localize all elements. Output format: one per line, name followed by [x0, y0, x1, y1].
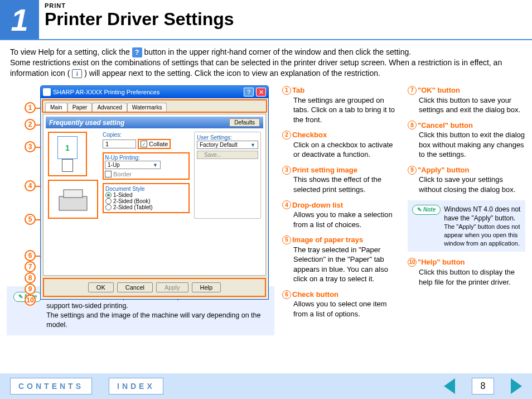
note-badge: Note [412, 205, 441, 215]
def-title-apply: "Apply" button [418, 166, 469, 174]
defaults-button[interactable]: Defaults [229, 118, 260, 127]
user-settings-label: User Settings: [197, 134, 258, 141]
intro-text: To view Help for a setting, click the ? … [0, 40, 532, 82]
callout-9: 9 [25, 283, 36, 295]
preview-page-icon: 1 [57, 136, 78, 159]
titlebar-close-button[interactable]: ✕ [256, 88, 266, 97]
screenshot-column: 1 2 3 4 5 6 7 8 9 10 SHARP AR-XXXX Print… [7, 85, 274, 335]
collate-checkbox[interactable]: ✓ [141, 141, 147, 147]
window-title: SHARP AR-XXXX Printing Preferences [53, 89, 241, 95]
border-checkbox[interactable] [105, 171, 112, 177]
svg-rect-1 [64, 190, 83, 198]
tab-paper[interactable]: Paper [67, 103, 93, 112]
callout-2: 2 [25, 119, 36, 130]
cancel-button[interactable]: Cancel [117, 282, 153, 292]
titlebar-help-button[interactable]: ? [244, 88, 254, 97]
callout-3: 3 [25, 141, 36, 152]
print-preview-image: 1 [48, 132, 87, 176]
paper-tray-image[interactable] [48, 180, 98, 219]
collate-label: Collate [149, 141, 168, 147]
svg-rect-0 [59, 196, 87, 210]
titlebar: SHARP AR-XXXX Printing Preferences ? ✕ [41, 86, 268, 98]
def-title-help: "Help" button [418, 258, 465, 266]
apply-button[interactable]: Apply [156, 282, 188, 292]
nup-label: N-Up Printing: [105, 155, 187, 161]
chevron-down-icon: ▼ [250, 142, 255, 148]
chapter-number: 1 [0, 0, 39, 39]
border-label: Border [113, 171, 132, 177]
page-number: 8 [472, 378, 494, 395]
callout-5: 5 [25, 214, 36, 225]
help-icon: ? [132, 47, 142, 57]
page-header: 1 PRINT Printer Driver Settings [0, 0, 532, 40]
printer-dialog: SHARP AR-XXXX Printing Preferences ? ✕ M… [40, 85, 269, 300]
frequently-used-bar: Frequently used setting Defaults [46, 117, 263, 128]
def-title-checkbox: Checkbox [292, 131, 327, 139]
next-page-button[interactable] [511, 378, 522, 394]
callout-10: 10 [25, 295, 36, 306]
note-box-2: Note Windows NT 4.0 does not have the "A… [408, 200, 525, 252]
info-icon: i [72, 69, 82, 78]
tab-watermarks[interactable]: Watermarks [127, 103, 167, 112]
note2-line2: The "Apply" button does not appear when … [444, 223, 521, 248]
def-title-checkbutton: Check button [292, 290, 338, 299]
radio-2sided-tablet[interactable] [105, 204, 112, 210]
callout-1: 1 [25, 102, 36, 113]
dialog-button-row: OK Cancel Apply Help [43, 278, 266, 297]
def-title-dropdown: Drop-down list [292, 201, 343, 209]
def-title-trays: Image of paper trays [292, 235, 363, 244]
copies-input[interactable]: 1 [103, 140, 136, 148]
def-title-tab: Tab [292, 86, 304, 94]
copies-label: Copies: [103, 132, 190, 138]
document-icon [62, 159, 73, 172]
tab-main[interactable]: Main [45, 103, 67, 112]
tab-advanced[interactable]: Advanced [92, 103, 127, 112]
prev-page-button[interactable] [444, 378, 455, 394]
doc-style-label: Document Style [105, 186, 187, 192]
nup-select[interactable]: 1-Up▼ [105, 161, 161, 169]
def-title-ok: "OK" button [418, 86, 460, 94]
callout-7: 7 [25, 261, 36, 272]
note2-line1: Windows NT 4.0 does not have the "Apply"… [444, 205, 521, 223]
def-title-cancel: "Cancel" button [418, 121, 473, 129]
page-footer: CONTENTS INDEX 8 [0, 373, 532, 399]
header-eyebrow: PRINT [45, 2, 234, 9]
tab-bar: Main Paper Advanced Watermarks [42, 99, 267, 113]
radio-1sided[interactable] [105, 192, 112, 198]
index-button[interactable]: INDEX [109, 378, 163, 395]
callout-8: 8 [25, 272, 36, 283]
contents-button[interactable]: CONTENTS [10, 378, 92, 395]
help-button[interactable]: Help [192, 282, 221, 292]
user-settings-select[interactable]: Factory Default▼ [197, 141, 258, 149]
callout-6: 6 [25, 250, 36, 261]
radio-2sided-book[interactable] [105, 198, 112, 204]
def-title-print-image: Print setting image [292, 166, 357, 174]
printer-icon [54, 185, 93, 213]
collate-checkbox-wrap: ✓ Collate [138, 139, 171, 149]
definitions-column: 1TabThe settings are grouped on tabs. Cl… [282, 85, 525, 335]
chevron-down-icon: ▼ [153, 162, 158, 168]
window-icon [43, 88, 51, 96]
page-title: Printer Driver Settings [45, 9, 234, 30]
frequently-used-label: Frequently used setting [49, 119, 124, 127]
save-button[interactable]: Save... [197, 151, 258, 159]
ok-button[interactable]: OK [88, 282, 114, 292]
callout-4: 4 [25, 180, 36, 191]
